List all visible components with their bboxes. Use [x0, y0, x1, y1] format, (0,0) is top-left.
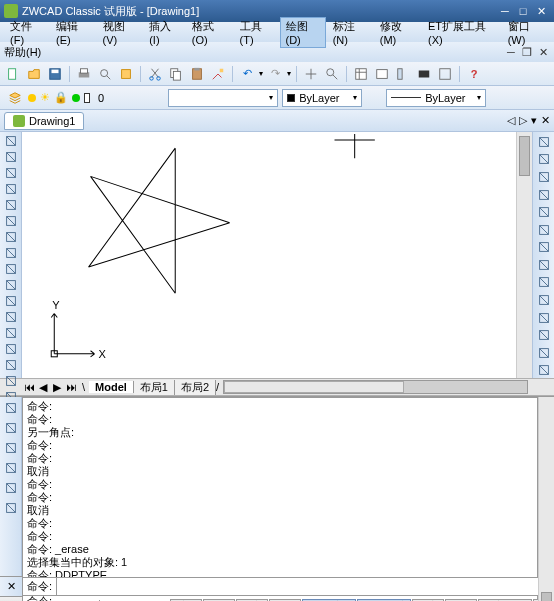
open-icon[interactable]: [25, 65, 43, 83]
menu-item-3[interactable]: 插入(I): [143, 17, 185, 48]
menu-item-1[interactable]: 编辑(E): [50, 17, 96, 48]
arc-icon[interactable]: [2, 214, 20, 228]
tab-model[interactable]: Model: [89, 381, 134, 393]
earc-icon[interactable]: [2, 294, 20, 308]
id-icon[interactable]: [535, 204, 553, 220]
menu-item-2[interactable]: 视图(V): [97, 17, 143, 48]
group-icon[interactable]: [2, 419, 20, 437]
audit-icon[interactable]: [535, 327, 553, 343]
menu-item-6[interactable]: 绘图(D): [280, 17, 326, 48]
color-swatch-icon[interactable]: [84, 93, 90, 103]
pan-icon[interactable]: [302, 65, 320, 83]
recover-icon[interactable]: [535, 345, 553, 361]
menu-item-9[interactable]: ET扩展工具(X): [422, 17, 501, 48]
redo-icon[interactable]: ↷: [266, 65, 284, 83]
scroll-thumb[interactable]: [224, 381, 404, 393]
bylayer-dropdown[interactable]: ByLayer ▾: [282, 89, 362, 107]
tpalette-icon[interactable]: [394, 65, 412, 83]
help-icon[interactable]: ?: [465, 65, 483, 83]
hatch-icon[interactable]: [2, 342, 20, 356]
lock-icon[interactable]: 🔒: [54, 91, 68, 104]
region-icon[interactable]: [2, 374, 20, 388]
cli-icon[interactable]: [415, 65, 433, 83]
var-icon[interactable]: [535, 292, 553, 308]
menu-item-5[interactable]: 工具(T): [234, 17, 279, 48]
menu-item-8[interactable]: 修改(M): [374, 17, 421, 48]
time-icon[interactable]: [535, 239, 553, 255]
doc-tab-drawing1[interactable]: Drawing1: [4, 112, 84, 130]
menu-item-7[interactable]: 标注(N): [327, 17, 373, 48]
block-icon[interactable]: [2, 310, 20, 324]
cmdhist-vscrollbar[interactable]: [538, 397, 554, 601]
line-icon[interactable]: [2, 134, 20, 148]
tab-layout2[interactable]: 布局2: [175, 380, 216, 395]
scale-icon[interactable]: [535, 222, 553, 238]
props-icon[interactable]: [2, 479, 20, 497]
menu-item-0[interactable]: 文件(F): [4, 17, 49, 48]
drawing-canvas[interactable]: X Y: [22, 132, 516, 378]
mdi-minimize-button[interactable]: ─: [504, 45, 518, 59]
tpalette-icon[interactable]: [2, 499, 20, 517]
ellipse-icon[interactable]: [2, 278, 20, 292]
qsel-icon[interactable]: [2, 399, 20, 417]
tab-close-icon[interactable]: ✕: [541, 114, 550, 127]
color-dropdown[interactable]: ▾: [168, 89, 278, 107]
copy-icon[interactable]: [167, 65, 185, 83]
cline-icon[interactable]: [2, 150, 20, 164]
zoom-icon[interactable]: [323, 65, 341, 83]
tab-menu-icon[interactable]: ▾: [531, 114, 537, 127]
canvas-hscrollbar[interactable]: [223, 380, 528, 394]
next-icon[interactable]: ▶: [50, 380, 64, 394]
spline-icon[interactable]: [2, 262, 20, 276]
linetype-dropdown[interactable]: ByLayer ▾: [386, 89, 486, 107]
save-icon[interactable]: [46, 65, 64, 83]
drawstat-icon[interactable]: [535, 363, 553, 379]
status2-icon[interactable]: [535, 257, 553, 273]
dim-icon[interactable]: [2, 459, 20, 477]
cmd-close-icon[interactable]: ✕: [0, 577, 22, 596]
redo-dropdown-icon[interactable]: ▾: [287, 69, 291, 78]
undo-dropdown-icon[interactable]: ▾: [259, 69, 263, 78]
layermgr-icon[interactable]: [6, 89, 24, 107]
matchprop-icon[interactable]: [209, 65, 227, 83]
print-icon[interactable]: [75, 65, 93, 83]
command-history[interactable]: 命令: 命令: 另一角点: 命令: 命令: 取消 命令: 命令: 取消 命令: …: [22, 397, 538, 601]
layers-icon[interactable]: [2, 439, 20, 457]
command-input[interactable]: [57, 577, 554, 596]
preview-icon[interactable]: [96, 65, 114, 83]
cut-icon[interactable]: [146, 65, 164, 83]
clean-icon[interactable]: [436, 65, 454, 83]
menu-help[interactable]: 帮助(H): [4, 45, 41, 60]
region2-icon[interactable]: [535, 169, 553, 185]
grad-icon[interactable]: [2, 358, 20, 372]
menu-item-10[interactable]: 窗口(W): [502, 17, 550, 48]
first-icon[interactable]: ⏮: [22, 380, 36, 394]
area-icon[interactable]: [535, 152, 553, 168]
prev-icon[interactable]: ◀: [36, 380, 50, 394]
canvas-vscrollbar[interactable]: [516, 132, 532, 378]
paste-icon[interactable]: [188, 65, 206, 83]
last-icon[interactable]: ⏭: [64, 380, 78, 394]
dcenter-icon[interactable]: [373, 65, 391, 83]
mdi-close-button[interactable]: ✕: [536, 45, 550, 59]
param-icon[interactable]: [535, 275, 553, 291]
purge-icon[interactable]: [535, 310, 553, 326]
undo-icon[interactable]: ↶: [238, 65, 256, 83]
sun-icon[interactable]: ☀: [40, 91, 50, 104]
polygon-icon[interactable]: [2, 182, 20, 196]
plot-icon[interactable]: [72, 94, 80, 102]
point-icon[interactable]: [2, 326, 20, 340]
polyline-icon[interactable]: [2, 166, 20, 180]
menu-item-4[interactable]: 格式(O): [186, 17, 233, 48]
tab-next-icon[interactable]: ▷: [519, 114, 527, 127]
tab-layout1[interactable]: 布局1: [134, 380, 175, 395]
revcloud-icon[interactable]: [2, 246, 20, 260]
rect-icon[interactable]: [2, 198, 20, 212]
scroll-thumb[interactable]: [541, 592, 552, 601]
props-icon[interactable]: [352, 65, 370, 83]
mdi-restore-button[interactable]: ❐: [520, 45, 534, 59]
circle-icon[interactable]: [2, 230, 20, 244]
bulb-icon[interactable]: [28, 94, 36, 102]
list-icon[interactable]: [535, 187, 553, 203]
publish-icon[interactable]: [117, 65, 135, 83]
